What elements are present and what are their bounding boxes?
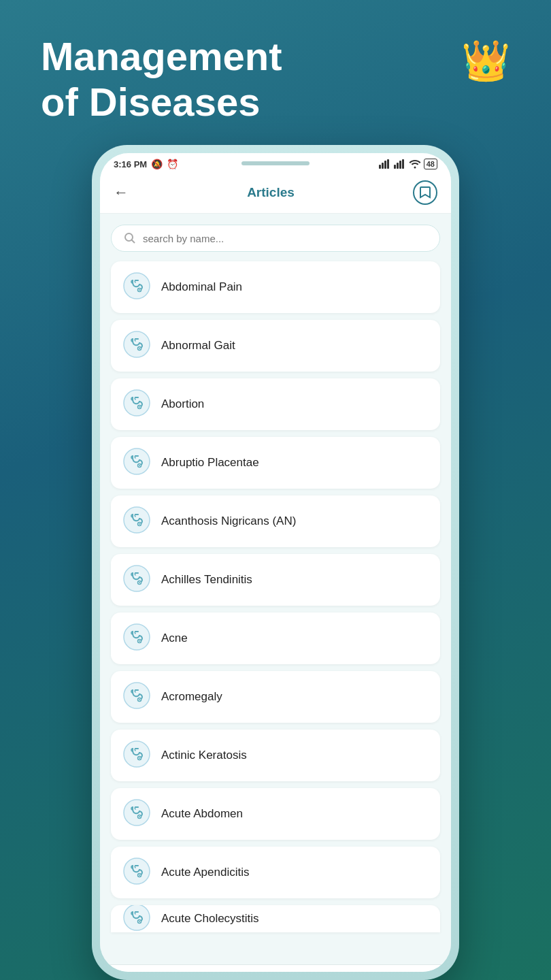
svg-rect-5 — [397, 163, 399, 169]
back-button[interactable]: ← — [114, 184, 129, 201]
article-name: Abnormal Gait — [161, 339, 235, 353]
nav-title: Articles — [247, 185, 295, 200]
article-name: Acne — [161, 632, 188, 645]
stethoscope-icon — [123, 858, 150, 887]
article-name: Acute Abdomen — [161, 807, 243, 821]
list-item[interactable]: Acute Abdomen — [111, 788, 440, 840]
stethoscope-icon — [123, 448, 150, 478]
stethoscope-icon — [123, 623, 150, 653]
svg-point-41 — [124, 858, 150, 884]
svg-point-11 — [124, 273, 150, 299]
svg-line-10 — [132, 240, 135, 244]
article-name: Abortion — [161, 397, 204, 411]
svg-point-34 — [139, 699, 140, 700]
svg-rect-7 — [402, 159, 404, 169]
list-item[interactable]: Abdominal Pain — [111, 261, 440, 313]
svg-point-29 — [124, 624, 150, 650]
svg-point-35 — [124, 741, 150, 767]
list-item[interactable]: Abruptio Placentae — [111, 437, 440, 489]
phone-mockup: 3:16 PM 🔕 ⏰ — [92, 145, 459, 980]
svg-point-26 — [124, 566, 150, 591]
svg-point-32 — [124, 683, 150, 708]
svg-point-25 — [139, 523, 140, 525]
svg-rect-0 — [379, 165, 381, 169]
svg-point-46 — [139, 921, 140, 922]
articles-list: Abdominal Pain Abnormal Gait — [111, 261, 440, 932]
svg-point-40 — [139, 816, 140, 817]
bookmark-button[interactable] — [413, 180, 437, 205]
stethoscope-icon — [123, 905, 150, 932]
article-name: Achilles Tendinitis — [161, 573, 252, 587]
stethoscope-icon — [123, 682, 150, 712]
svg-point-8 — [414, 167, 416, 169]
svg-rect-2 — [384, 161, 386, 169]
svg-point-17 — [124, 390, 150, 416]
search-input[interactable] — [143, 233, 427, 244]
nav-bar: ← Articles — [100, 172, 451, 214]
list-item[interactable]: Acute Apendicitis — [111, 847, 440, 898]
stethoscope-icon — [123, 799, 150, 829]
list-item[interactable]: Actinic Keratosis — [111, 730, 440, 781]
list-item[interactable]: Acne — [111, 612, 440, 664]
content-area: Abdominal Pain Abnormal Gait — [100, 214, 451, 964]
status-icons: 48 — [379, 159, 437, 169]
svg-rect-3 — [387, 159, 389, 169]
search-box[interactable] — [111, 225, 440, 252]
bottom-nav-bar — [100, 964, 451, 972]
article-name: Acanthosis Nigricans (AN) — [161, 514, 296, 528]
stethoscope-icon — [123, 740, 150, 770]
stethoscope-icon — [123, 506, 150, 536]
svg-point-28 — [139, 582, 140, 583]
stethoscope-icon — [123, 389, 150, 419]
list-item[interactable]: Acute Cholecystitis — [111, 905, 440, 932]
stethoscope-icon — [123, 331, 150, 361]
svg-point-9 — [125, 233, 133, 241]
stethoscope-icon — [123, 565, 150, 595]
list-item[interactable]: Acanthosis Nigricans (AN) — [111, 495, 440, 547]
crown-icon: 👑 — [461, 37, 510, 84]
svg-point-22 — [139, 465, 140, 466]
svg-rect-4 — [394, 165, 396, 169]
svg-point-14 — [124, 331, 150, 357]
stethoscope-icon — [123, 272, 150, 302]
svg-point-38 — [124, 800, 150, 826]
list-item[interactable]: Achilles Tendinitis — [111, 554, 440, 606]
svg-point-19 — [139, 406, 140, 408]
svg-rect-1 — [382, 163, 384, 169]
svg-point-23 — [124, 507, 150, 533]
article-name: Abdominal Pain — [161, 280, 242, 294]
status-time: 3:16 PM 🔕 ⏰ — [114, 159, 178, 169]
svg-point-31 — [139, 640, 140, 642]
article-name: Acute Cholecystitis — [161, 912, 259, 926]
article-name: Actinic Keratosis — [161, 749, 247, 762]
search-icon — [124, 232, 136, 244]
phone-notch — [241, 161, 310, 165]
svg-point-20 — [124, 448, 150, 474]
list-item[interactable]: Abnormal Gait — [111, 320, 440, 372]
svg-point-37 — [139, 757, 140, 759]
page-title: Management of Diseases — [41, 34, 282, 125]
article-name: Acute Apendicitis — [161, 866, 249, 879]
svg-rect-6 — [399, 161, 401, 169]
article-name: Abruptio Placentae — [161, 456, 259, 470]
list-item[interactable]: Acromegaly — [111, 671, 440, 723]
svg-point-43 — [139, 875, 140, 876]
svg-point-16 — [139, 348, 140, 349]
svg-point-13 — [139, 289, 140, 291]
list-item[interactable]: Abortion — [111, 378, 440, 430]
article-name: Acromegaly — [161, 690, 222, 704]
